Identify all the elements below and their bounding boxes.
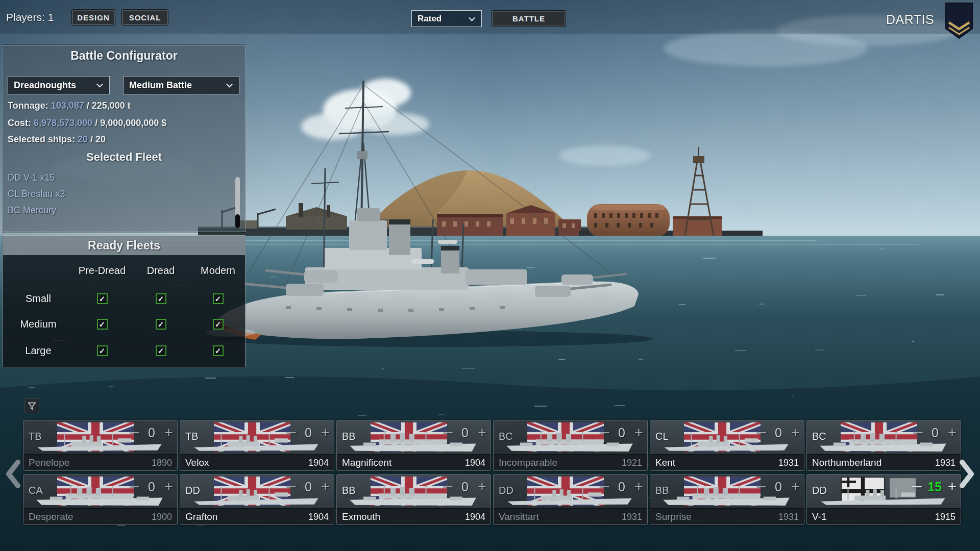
ship-counter: − 0 + <box>130 425 173 440</box>
ship-card-top: CA − 0 + <box>23 474 177 508</box>
ship-card-top: BB − 0 + <box>337 474 491 508</box>
increase-count-button[interactable]: + <box>321 480 330 494</box>
ship-card-top: TB − 0 + <box>180 420 334 454</box>
decrease-count-button[interactable]: − <box>129 480 140 494</box>
ship-year: 1890 <box>152 458 172 468</box>
ship-card[interactable]: CA − 0 + Desperate 1900 <box>23 474 178 525</box>
fleet-column-header: Pre-Dread <box>79 265 126 277</box>
check-icon: ✓ <box>215 347 222 355</box>
ship-year: 1931 <box>935 458 955 468</box>
ship-year: 1931 <box>778 458 799 468</box>
increase-count-button[interactable]: + <box>164 425 173 440</box>
fleet-ready-checkbox[interactable]: ✓ <box>97 319 108 330</box>
ship-count-value: 15 <box>927 480 942 494</box>
scrollbar[interactable] <box>235 177 240 228</box>
fleet-item-link[interactable]: BC Mercury <box>8 205 230 216</box>
decrease-count-button[interactable]: − <box>129 425 140 440</box>
decrease-count-button[interactable]: − <box>599 480 610 494</box>
ship-card[interactable]: TB − 0 + Penelope 1890 <box>23 420 178 471</box>
social-button[interactable]: SOCIAL <box>121 9 168 26</box>
check-icon: ✓ <box>158 295 164 303</box>
fleet-ready-checkbox[interactable]: ✓ <box>156 345 166 356</box>
era-select-value: Dreadnoughts <box>14 80 76 91</box>
increase-count-button[interactable]: + <box>321 425 330 440</box>
next-page-button[interactable] <box>956 458 977 490</box>
ship-card-bottom: Desperate 1900 <box>23 508 177 525</box>
ship-card-bottom: Grafton 1904 <box>180 508 334 525</box>
fleet-item-link[interactable]: CL Breslau x3 <box>8 189 230 199</box>
decrease-count-button[interactable]: − <box>285 480 297 494</box>
decrease-count-button[interactable]: − <box>911 480 923 494</box>
selected-ships-stat: Selected ships: 20 / 20 <box>8 134 106 145</box>
decrease-count-button[interactable]: − <box>912 425 924 440</box>
era-select[interactable]: Dreadnoughts <box>8 76 110 94</box>
fleet-ready-checkbox[interactable]: ✓ <box>213 319 224 330</box>
increase-count-button[interactable]: + <box>791 480 800 494</box>
check-icon: ✓ <box>99 295 106 303</box>
ship-name: Penelope <box>29 457 69 468</box>
ship-card[interactable]: TB − 0 + Velox 1904 <box>180 420 334 471</box>
decrease-count-button[interactable]: − <box>755 480 767 494</box>
increase-count-button[interactable]: + <box>791 425 800 440</box>
ship-card[interactable]: CL − 0 + Kent 1931 <box>650 420 804 471</box>
ship-card[interactable]: BB − 0 + Exmouth 1904 <box>336 474 491 525</box>
ship-card-top: CL − 0 + <box>650 420 804 454</box>
scrollbar-thumb[interactable] <box>235 214 240 228</box>
chevron-left-icon <box>3 458 24 490</box>
ship-card[interactable]: DD − 15 + V-1 1915 <box>806 474 961 525</box>
ship-card[interactable]: BB − 0 + Magnificent 1904 <box>336 420 491 471</box>
fleet-ready-checkbox[interactable]: ✓ <box>213 293 224 304</box>
fleet-item-link[interactable]: DD V-1 x15 <box>8 172 230 183</box>
ship-card[interactable]: DD − 0 + Grafton 1904 <box>180 474 334 525</box>
ship-counter: − 0 + <box>600 425 643 440</box>
ship-counter: − 0 + <box>600 480 643 494</box>
match-type-select[interactable]: Rated <box>411 10 482 27</box>
ship-counter: − 0 + <box>130 480 173 494</box>
ship-card[interactable]: BC − 0 + Northumberland 1931 <box>806 420 961 471</box>
ship-counter: − 0 + <box>287 425 330 440</box>
ship-card-bottom: Vansittart 1931 <box>494 508 647 525</box>
decrease-count-button[interactable]: − <box>442 480 454 494</box>
ready-fleets-panel: Ready Fleets Pre-DreadDreadModernSmall✓✓… <box>3 235 246 367</box>
increase-count-button[interactable]: + <box>478 425 486 440</box>
battle-button[interactable]: BATTLE <box>492 10 566 27</box>
decrease-count-button[interactable]: − <box>599 425 610 440</box>
cost-stat: Cost: 6,978,573,000 / 9,000,000,000 $ <box>8 118 166 129</box>
fleet-ready-checkbox[interactable]: ✓ <box>97 345 108 356</box>
ship-card[interactable]: BB − 0 + Surprise 1931 <box>650 474 804 525</box>
battle-size-select[interactable]: Medium Battle <box>123 76 239 94</box>
increase-count-button[interactable]: + <box>634 480 643 494</box>
ship-counter: − 0 + <box>914 425 957 440</box>
battle-configurator-panel: Battle Configurator Dreadnoughts Medium … <box>3 45 246 232</box>
increase-count-button[interactable]: + <box>948 425 957 440</box>
check-icon: ✓ <box>99 320 106 328</box>
selected-fleet-list: DD V-1 x15CL Breslau x3BC Mercury <box>8 172 230 221</box>
ship-card-bottom: Magnificent 1904 <box>337 454 491 471</box>
increase-count-button[interactable]: + <box>164 480 173 494</box>
fleet-ready-checkbox[interactable]: ✓ <box>213 345 224 356</box>
chevron-right-icon <box>956 458 977 490</box>
players-count: Players: 1 <box>6 11 54 23</box>
check-icon: ✓ <box>158 320 164 328</box>
ship-year: 1931 <box>778 512 799 522</box>
ship-count-value: 0 <box>772 425 785 440</box>
ship-card[interactable]: BC − 0 + Incomparable 1921 <box>493 420 648 471</box>
increase-count-button[interactable]: + <box>634 425 643 440</box>
ship-card[interactable]: DD − 0 + Vansittart 1931 <box>493 474 648 525</box>
decrease-count-button[interactable]: − <box>442 425 454 440</box>
fleet-ready-checkbox[interactable]: ✓ <box>156 319 166 330</box>
ship-name: Kent <box>655 457 675 468</box>
prev-page-button[interactable] <box>3 458 24 490</box>
check-icon: ✓ <box>99 347 106 355</box>
decrease-count-button[interactable]: − <box>285 425 297 440</box>
design-button[interactable]: DESIGN <box>71 9 115 26</box>
fleet-ready-checkbox[interactable]: ✓ <box>97 293 108 304</box>
decrease-count-button[interactable]: − <box>755 425 767 440</box>
rank-chevron-badge-icon[interactable] <box>945 2 973 40</box>
increase-count-button[interactable]: + <box>948 480 957 494</box>
fleet-ready-checkbox[interactable]: ✓ <box>156 293 166 304</box>
ship-card-top: BC − 0 + <box>807 420 961 454</box>
filter-button[interactable] <box>24 398 39 413</box>
ship-name: Vansittart <box>499 511 539 522</box>
increase-count-button[interactable]: + <box>478 480 486 494</box>
